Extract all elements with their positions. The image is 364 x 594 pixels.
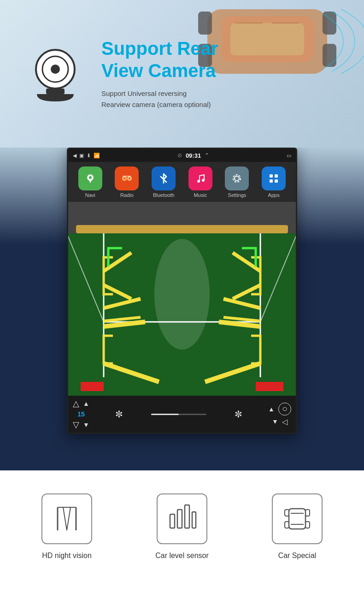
status-bar: ◀ ▣ ⬇ 📶 ⊘ 09:31 ⌃ ▭ [68, 149, 296, 162]
play-down-btn[interactable]: ▼ [272, 418, 278, 425]
svg-line-55 [67, 507, 70, 530]
svg-rect-60 [192, 512, 196, 528]
app-item-radio[interactable]: Radio [111, 166, 143, 198]
hd-night-vision-label: HD night vision [42, 552, 92, 560]
home-btn[interactable]: ○ [278, 403, 291, 416]
navi-label: Navi [85, 192, 95, 198]
status-center: ⊘ 09:31 ⌃ [177, 152, 209, 159]
app-item-apps[interactable]: Apps [258, 166, 290, 198]
svg-line-54 [63, 507, 67, 530]
fan-icon-right[interactable]: ✼ [235, 409, 242, 420]
settings-icon[interactable] [225, 166, 249, 190]
status-left: ◀ ▣ ⬇ 📶 [73, 153, 100, 159]
feature-car-special: Car Special [251, 493, 343, 560]
svg-point-22 [202, 179, 205, 182]
radio-icon[interactable] [115, 166, 139, 190]
svg-rect-26 [275, 174, 278, 178]
status-right: ▭ [287, 153, 291, 159]
svg-rect-66 [305, 510, 310, 516]
svg-point-15 [89, 176, 92, 179]
volume-down-btn[interactable]: ▼ [83, 421, 89, 428]
app-item-settings[interactable]: Settings [221, 166, 253, 198]
svg-rect-28 [275, 179, 278, 183]
device-frame: ◀ ▣ ⬇ 📶 ⊘ 09:31 ⌃ ▭ [67, 148, 297, 434]
svg-point-19 [129, 178, 130, 179]
svg-rect-67 [305, 522, 310, 528]
svg-rect-20 [123, 176, 131, 177]
signal-off-icon: ⊘ [177, 152, 182, 159]
top-section: Support Rear View Camera Support Univers… [0, 0, 364, 148]
app-item-navi[interactable]: Navi [74, 166, 106, 198]
screen-section: ◀ ▣ ⬇ 📶 ⊘ 09:31 ⌃ ▭ [0, 148, 364, 470]
fan-controls: ✼ [115, 409, 123, 420]
features-section: HD night vision Car level sensor [0, 470, 364, 578]
clipboard-icon: ▣ [79, 153, 84, 159]
time-display: 09:31 [186, 152, 201, 159]
svg-rect-25 [270, 174, 273, 178]
svg-rect-30 [76, 225, 288, 233]
page-title: Support Rear View Camera [101, 37, 346, 82]
radio-label: Radio [120, 192, 134, 198]
music-label: Music [194, 192, 207, 198]
car-special-label: Car Special [278, 552, 317, 560]
svg-point-17 [123, 178, 125, 179]
svg-point-23 [235, 176, 239, 181]
car-special-icon-box [272, 493, 323, 544]
svg-rect-65 [285, 522, 289, 528]
back-btn[interactable]: ◁ [282, 417, 288, 426]
svg-point-11 [51, 65, 60, 74]
settings-label: Settings [228, 192, 247, 198]
bluetooth-label: Bluetooth [153, 192, 174, 198]
volume-triangle-up[interactable]: △ [73, 398, 79, 409]
car-level-sensor-label: Car level sensor [155, 552, 209, 560]
battery-icon: ▭ [287, 153, 291, 159]
controls-bar: △ ▲ 15 ▽ ▼ ✼ ✼ ▲ ○ [68, 396, 296, 433]
svg-rect-49 [81, 382, 104, 391]
music-icon[interactable] [188, 166, 212, 190]
expand-icon[interactable]: ⌃ [205, 152, 209, 159]
playback-controls[interactable]: ▲ ○ ▼ ◁ [268, 403, 291, 426]
download-icon: ⬇ [87, 153, 91, 159]
volume-control[interactable]: △ ▲ 15 ▽ ▼ [73, 398, 89, 430]
svg-point-21 [197, 180, 200, 183]
volume-number: 15 [77, 410, 85, 418]
volume-up-btn[interactable]: ▲ [83, 400, 89, 407]
svg-rect-61 [289, 509, 305, 529]
svg-rect-50 [256, 382, 283, 391]
play-up-btn[interactable]: ▲ [268, 405, 275, 413]
app-item-music[interactable]: Music [184, 166, 217, 198]
back-nav-icon[interactable]: ◀ [73, 153, 76, 159]
svg-rect-59 [185, 505, 189, 528]
svg-rect-12 [46, 89, 65, 94]
svg-rect-57 [170, 514, 175, 528]
fan-icon-left[interactable]: ✼ [115, 409, 123, 420]
hd-night-vision-icon-box [41, 493, 92, 544]
volume-triangle-down[interactable]: ▽ [73, 420, 79, 430]
camera-icon-area [18, 37, 92, 111]
svg-rect-58 [177, 510, 182, 528]
bluetooth-icon-box[interactable] [152, 166, 176, 190]
signal-icon: 📶 [94, 153, 100, 159]
app-row: Navi Radio [68, 162, 296, 202]
fan-controls-right: ✼ [235, 409, 242, 420]
seek-progress [151, 414, 179, 415]
navi-icon[interactable] [78, 166, 102, 190]
svg-rect-64 [285, 510, 289, 516]
svg-point-51 [154, 239, 210, 350]
seek-bar[interactable] [151, 414, 206, 415]
car-level-sensor-icon-box [157, 493, 207, 544]
apps-label: Apps [268, 192, 280, 198]
svg-rect-3 [198, 12, 212, 35]
apps-icon[interactable] [262, 166, 286, 190]
feature-hd-night-vision: HD night vision [21, 493, 113, 560]
svg-rect-27 [270, 179, 273, 183]
page-description: Support Universal reversing Rearview cam… [101, 88, 346, 110]
app-item-bluetooth[interactable]: Bluetooth [147, 166, 180, 198]
feature-car-level-sensor: Car level sensor [136, 493, 228, 560]
camera-view [68, 202, 296, 396]
top-text: Support Rear View Camera Support Univers… [92, 37, 346, 110]
